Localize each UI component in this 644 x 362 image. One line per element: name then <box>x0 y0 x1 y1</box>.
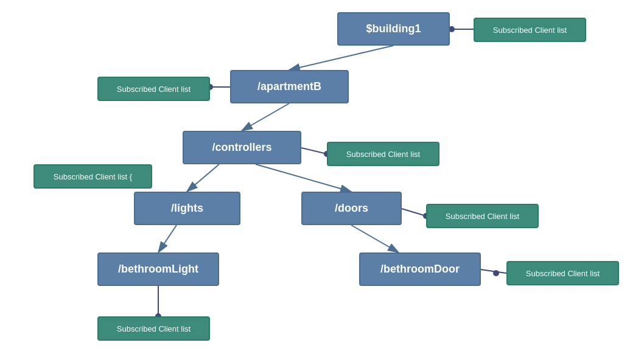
node-lights[interactable]: /lights <box>134 192 240 225</box>
node-controllers[interactable]: /controllers <box>183 131 301 164</box>
node-controllers-label: /controllers <box>212 141 271 154</box>
node-doors[interactable]: /doors <box>301 192 402 225</box>
label-bethroomlight-text: Subscribed Client list <box>117 324 191 333</box>
label-bethroomdoor-text: Subscribed Client list <box>526 269 600 278</box>
label-controllers-text: Subscribed Client list <box>346 150 420 159</box>
dot-bethroomdoor <box>493 270 499 276</box>
arrow-building-apartment <box>289 46 393 70</box>
label-apartmentb-text: Subscribed Client list <box>117 85 191 94</box>
node-building1-label: $building1 <box>366 23 421 35</box>
arrow-controllers-doors <box>256 164 351 192</box>
node-doors-label: /doors <box>335 202 368 215</box>
label-apartmentb: Subscribed Client list <box>97 77 210 101</box>
label-lights-text: Subscribed Client list { <box>54 172 132 181</box>
arrow-lights-bethroomlight <box>158 225 177 252</box>
node-apartmentb[interactable]: /apartmentB <box>230 70 349 103</box>
node-lights-label: /lights <box>171 202 203 215</box>
label-doors-text: Subscribed Client list <box>446 212 519 221</box>
diagram-container: $building1 /apartmentB /controllers /lig… <box>0 0 644 362</box>
node-bethroomlight[interactable]: /bethroomLight <box>97 252 219 286</box>
label-doors: Subscribed Client list <box>426 204 539 228</box>
label-building1-text: Subscribed Client list <box>493 26 567 35</box>
label-bethroomdoor: Subscribed Client list <box>506 261 619 285</box>
label-controllers: Subscribed Client list <box>327 142 439 166</box>
node-building1[interactable]: $building1 <box>337 12 450 46</box>
label-bethroomlight: Subscribed Client list <box>97 316 210 341</box>
label-lights: Subscribed Client list { <box>33 164 152 189</box>
label-building1: Subscribed Client list <box>474 18 586 42</box>
arrow-doors-bethroomdoor <box>351 225 399 252</box>
node-bethroomlight-label: /bethroomLight <box>118 263 198 276</box>
node-bethroomdoor-label: /bethroomDoor <box>380 263 460 276</box>
node-apartmentb-label: /apartmentB <box>257 80 321 93</box>
node-bethroomdoor[interactable]: /bethroomDoor <box>359 252 481 286</box>
arrow-controllers-lights <box>187 164 219 192</box>
arrow-apartment-controllers <box>242 103 289 131</box>
line-controllers-label <box>301 148 327 154</box>
line-doors-label <box>402 209 426 216</box>
